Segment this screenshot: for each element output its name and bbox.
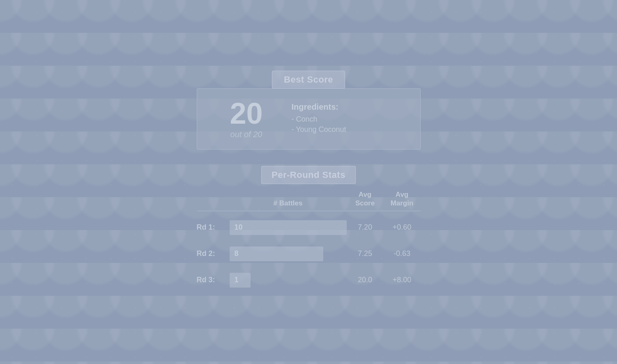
ingredient-item-1: - Conch xyxy=(292,115,346,124)
round-1-label: Rd 1: xyxy=(197,223,230,232)
ingredients-title: Ingredients: xyxy=(292,102,346,112)
round-1-avg-score: 7.20 xyxy=(347,223,384,232)
round-2-avg-score: 7.25 xyxy=(347,249,384,258)
best-score-label: Best Score xyxy=(272,71,345,89)
round-1-bar-container: 10 xyxy=(230,220,347,235)
round-2-bar-container: 8 xyxy=(230,247,347,261)
score-big-number: 20 xyxy=(230,99,262,128)
per-round-label: Per-Round Stats xyxy=(261,166,356,184)
round-2-battles: 8 xyxy=(235,249,239,258)
table-row: Rd 3: 1 20.0 +8.00 xyxy=(197,267,421,293)
round-3-bar: 1 xyxy=(230,273,251,288)
table-row: Rd 2: 8 7.25 -0.63 xyxy=(197,241,421,267)
round-2-bar: 8 xyxy=(230,247,323,261)
main-container: Best Score 20 out of 20 Ingredients: - C… xyxy=(185,71,432,293)
ingredient-item-2: - Young Coconut xyxy=(292,125,346,134)
score-number-section: 20 out of 20 xyxy=(210,99,283,139)
ingredients-section: Ingredients: - Conch - Young Coconut xyxy=(292,102,346,136)
score-out-of: out of 20 xyxy=(230,130,262,139)
round-2-avg-margin: -0.63 xyxy=(384,249,421,258)
col-battles-header: # Battles xyxy=(230,199,347,207)
col-avg-margin-header: Avg Margin xyxy=(384,191,421,207)
round-3-avg-score: 20.0 xyxy=(347,276,384,284)
round-3-label: Rd 3: xyxy=(197,276,230,284)
round-1-bar: 10 xyxy=(230,220,347,235)
round-1-battles: 10 xyxy=(235,223,243,232)
best-score-card: 20 out of 20 Ingredients: - Conch - Youn… xyxy=(197,88,421,150)
per-round-section: Per-Round Stats # Battles Avg Score Avg … xyxy=(197,166,421,293)
round-1-avg-margin: +0.60 xyxy=(384,223,421,232)
col-avg-score-header: Avg Score xyxy=(347,191,384,207)
round-3-avg-margin: +8.00 xyxy=(384,276,421,284)
stats-table: # Battles Avg Score Avg Margin Rd 1: 10 xyxy=(197,191,421,293)
round-2-label: Rd 2: xyxy=(197,249,230,258)
table-row: Rd 1: 10 7.20 +0.60 xyxy=(197,214,421,241)
round-3-battles: 1 xyxy=(235,276,239,284)
stats-header-row: # Battles Avg Score Avg Margin xyxy=(197,191,421,211)
round-3-bar-container: 1 xyxy=(230,273,347,288)
